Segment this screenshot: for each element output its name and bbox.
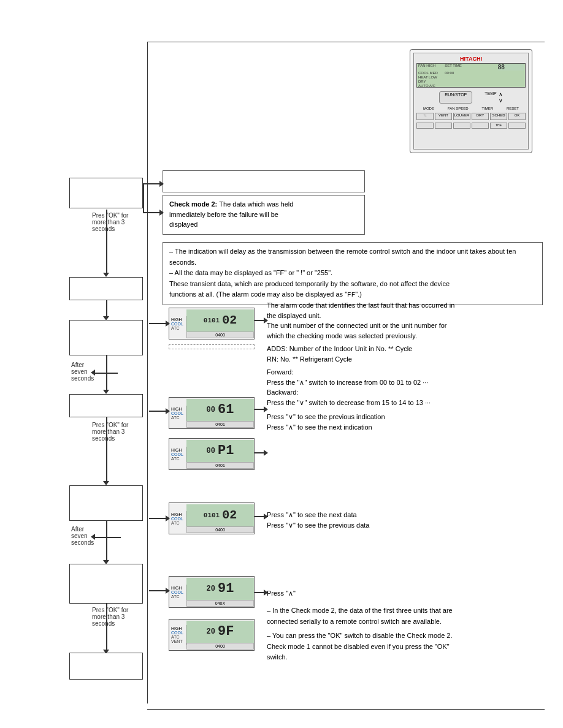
vline-down-3 [106, 355, 107, 392]
vline-down-6 [106, 604, 107, 651]
btn4[interactable] [472, 123, 489, 129]
louver-btn[interactable]: LOUVER [453, 113, 470, 120]
vline-down-5 [106, 521, 107, 563]
cm1-lcd2-arrowhead [166, 408, 170, 414]
vent-btn[interactable]: VENT [435, 113, 452, 120]
check-mode-box [69, 178, 143, 208]
check-mode-disabled-box [69, 653, 143, 680]
schedule-btn[interactable]: SCHED [490, 113, 507, 120]
top-divider [147, 42, 545, 42]
vline-down-1 [106, 210, 107, 276]
left-divider [147, 42, 148, 703]
lcd-display-2: HIGH COOL ATC 00 61 0401 [169, 397, 255, 429]
arrowhead-down-4 [103, 481, 109, 485]
lcd-display-3: HIGH COOL ATC 00 P1 0401 [169, 438, 255, 470]
check-mode-1-box [69, 394, 143, 417]
unit-alarm-box-1 [69, 320, 143, 355]
arrowhead-2 [159, 210, 164, 216]
btn3[interactable] [453, 123, 470, 129]
check-mode-2-info: Check mode 2: The data which was heldimm… [163, 195, 365, 235]
pres-ok-label-2: Pres "OK" formore than 3seconds [92, 422, 128, 442]
unit2-lcd4-arrowhead [166, 515, 170, 521]
remote-labels-row: MODEFAN SPEEDTIMERRESET [416, 107, 526, 110]
vline-down-4 [106, 417, 107, 483]
alarm-code-annotation: The alarm code that identifies the last … [267, 300, 540, 408]
pres-ok-label-1: Pres "OK" formore than 3seconds [92, 212, 128, 232]
lcd-display-1: HIGH COOL ATC 0101 02 0400 [169, 308, 255, 339]
the-btn[interactable]: THE [490, 123, 507, 129]
unit-alarm-box-2 [69, 485, 143, 521]
lcd2-arrowhead [264, 406, 268, 412]
temp-down-btn[interactable]: ∨ [499, 97, 503, 104]
note-box: – The indication will delay as the trans… [163, 242, 543, 305]
arrow-vline-1 [143, 183, 144, 213]
mode-btn[interactable]: ↑↓ [416, 113, 434, 120]
pres-ok-label-3: Pres "OK" formore than 3seconds [92, 607, 128, 627]
lcd4-arrowhead [264, 514, 268, 520]
next-prev-data-annotation: Press "∧" to see the next data Press "∨"… [267, 510, 451, 530]
lcd3-arrowhead [264, 450, 268, 456]
press-up-annotation: Press "∧" [267, 588, 389, 599]
bottom-divider [147, 709, 545, 710]
btn2[interactable] [435, 123, 452, 129]
cm2-lcd5-arrowhead [166, 588, 170, 594]
arrowhead-down-1 [103, 273, 109, 277]
btn1[interactable] [416, 123, 434, 129]
normal-mode-box [69, 277, 143, 300]
lcd-display-5: HIGH COOL ATC 20 91 040X [169, 576, 255, 608]
within-seven-box [169, 344, 255, 349]
arrowhead-down-3 [103, 390, 109, 394]
remote-control-image: HITACHI FAN HIGHSET TIME88 COOL MED00:00… [410, 49, 532, 153]
run-stop-btn[interactable]: RUN/STOP [439, 91, 472, 104]
temp-up-btn[interactable]: ∧ [499, 91, 503, 97]
check-mode-1-info [163, 170, 365, 192]
remote-brand: HITACHI [416, 56, 526, 62]
remote-display: FAN HIGHSET TIME88 COOL MED00:00 HEAT LO… [416, 63, 526, 88]
a-arrowhead [91, 370, 95, 376]
a-hline [93, 373, 118, 374]
dry-btn[interactable]: DRY [472, 113, 489, 120]
unit1-lcd1-arrowhead [166, 320, 170, 327]
ok-btn[interactable]: OK [508, 113, 526, 120]
prev-next-annotation: Press "∨" to see the previous indication… [267, 412, 451, 432]
lcd-display-4: HIGH COOL ATC 0101 02 0400 [169, 502, 255, 534]
check-mode2-notes: – In the Check mode 2, the data of the f… [267, 605, 540, 663]
see-a-arrowhead [91, 534, 95, 540]
lcd5-arrowhead [264, 590, 268, 596]
see-a-hline [93, 537, 121, 538]
lcd-display-6: HIGH COOL ATC VENT 20 9F 0400 [169, 619, 255, 651]
lcd1-arrowhead [264, 317, 268, 324]
btn6[interactable] [508, 123, 526, 129]
arrowhead-1 [159, 181, 164, 187]
check-mode-2-box [69, 564, 143, 604]
